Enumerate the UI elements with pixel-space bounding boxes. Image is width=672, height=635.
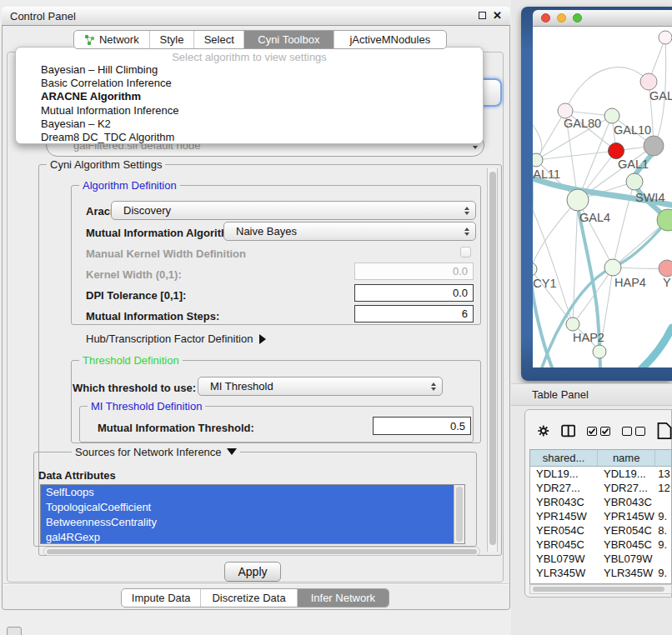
attribute-item[interactable]: gal4RGexp xyxy=(41,530,454,545)
gear-icon[interactable] xyxy=(538,423,549,438)
table-cell: YBR043C xyxy=(598,496,655,508)
column-header-shared-name[interactable]: shared... xyxy=(530,450,598,466)
network-node-hap4[interactable] xyxy=(604,259,621,276)
network-node[interactable] xyxy=(644,136,664,156)
network-edge[interactable] xyxy=(542,220,668,368)
table-row[interactable]: YBR043CYBR043C xyxy=(530,495,671,509)
table-cell: YPR145W xyxy=(530,510,598,522)
float-window-icon[interactable] xyxy=(479,12,486,19)
dropdown-item[interactable]: Bayesian – K2 xyxy=(16,118,483,131)
table-panel-header: Table Panel xyxy=(511,383,672,406)
stepper-icon xyxy=(464,207,469,215)
tab-cyni-toolbox[interactable]: Cyni Toolbox xyxy=(243,31,333,48)
manual-kernel-checkbox[interactable] xyxy=(460,247,471,258)
mi-type-combo[interactable]: Naive Bayes xyxy=(223,222,476,241)
attribute-item[interactable]: SelfLoops xyxy=(41,485,454,500)
mi-threshold-field[interactable]: 0.5 xyxy=(373,417,471,435)
zoom-traffic-light[interactable] xyxy=(573,13,582,22)
column-header-name[interactable]: name xyxy=(598,450,655,466)
node-label: GAL xyxy=(649,89,672,102)
kernel-width-field[interactable]: 0.0 xyxy=(354,262,474,280)
network-node[interactable] xyxy=(659,31,672,44)
tab-style[interactable]: Style xyxy=(149,31,194,48)
dropdown-item[interactable]: Dream8 DC_TDC Algorithm xyxy=(16,131,483,144)
network-node-gal1[interactable] xyxy=(609,143,624,159)
network-node-hap2[interactable] xyxy=(566,318,579,331)
network-node-gal4[interactable] xyxy=(567,189,589,211)
dropdown-item[interactable]: ARACNE Algorithm xyxy=(16,90,483,103)
node-label: GCY1 xyxy=(533,277,557,290)
network-node-gal10[interactable] xyxy=(604,108,619,123)
node-label: HAP2 xyxy=(573,331,604,344)
tab-infer-network[interactable]: Infer Network xyxy=(297,589,389,607)
network-edge[interactable] xyxy=(536,151,616,160)
data-attributes-list[interactable]: SelfLoopsTopologicalCoefficientBetweenne… xyxy=(40,484,465,544)
attributes-scrollbar[interactable] xyxy=(454,485,464,543)
sources-group-title[interactable]: Sources for Network Inference xyxy=(72,446,240,458)
node-table[interactable]: shared... name YDL19...YDL19...13YDR27..… xyxy=(529,449,672,584)
which-threshold-combo[interactable]: MI Threshold xyxy=(198,377,443,396)
scrollbar-thumb[interactable] xyxy=(47,549,477,554)
hub-section-label: Hub/Transcription Factor Definition xyxy=(86,332,253,345)
tab-select[interactable]: Select xyxy=(193,31,243,48)
network-node-gcy1[interactable] xyxy=(533,262,537,276)
tab-label: Infer Network xyxy=(311,592,375,604)
hub-section-toggle[interactable]: Hub/Transcription Factor Definition xyxy=(86,332,266,345)
table-horizontal-scrollbar[interactable] xyxy=(529,584,672,594)
close-traffic-light[interactable] xyxy=(541,13,550,22)
network-edge[interactable] xyxy=(565,68,649,111)
network-canvas[interactable]: GALGAL80GAL10GAL1GAL11SWI4GAL4GCY1HAP4YH… xyxy=(533,27,672,368)
node-label: GAL11 xyxy=(533,168,560,181)
tab-network[interactable]: Network xyxy=(74,31,149,48)
column-header-partial[interactable] xyxy=(655,450,671,466)
table-row[interactable]: YBR045CYBR045C9. xyxy=(530,538,671,552)
network-node-gal[interactable] xyxy=(640,73,657,90)
select-all-icon[interactable] xyxy=(587,427,610,436)
network-edge[interactable] xyxy=(533,200,578,269)
table-row[interactable]: YPR145WYPR145W9. xyxy=(530,509,671,523)
dropdown-item[interactable]: Mutual Information Inference xyxy=(16,104,483,118)
table-row[interactable]: YDR27...YDR27...12 xyxy=(530,481,671,495)
table-row[interactable]: YBL079WYBL079W xyxy=(530,552,671,566)
network-node-y[interactable] xyxy=(659,260,672,277)
settings-horizontal-scrollbar[interactable] xyxy=(43,547,480,556)
table-row[interactable]: YER054CYER054C8. xyxy=(530,523,671,538)
attribute-item[interactable]: TopologicalCoefficient xyxy=(41,500,454,515)
close-window-icon[interactable]: ✕ xyxy=(493,11,502,20)
minimize-traffic-light[interactable] xyxy=(557,13,566,22)
tab-jactivemnodules[interactable]: jActiveMNodules xyxy=(333,31,446,48)
collapse-down-icon xyxy=(227,448,237,455)
table-cell: 13 xyxy=(655,468,671,480)
mi-type-value: Naive Bayes xyxy=(236,225,297,238)
file-icon[interactable] xyxy=(657,419,672,442)
tab-impute-data[interactable]: Impute Data xyxy=(122,589,200,607)
scrollbar-thumb[interactable] xyxy=(489,172,496,545)
bottom-corner-fragment xyxy=(7,627,22,635)
mi-steps-label: Mutual Information Steps: xyxy=(86,310,219,322)
table-toolbar xyxy=(529,415,672,447)
tab-discretize-data[interactable]: Discretize Data xyxy=(200,589,296,607)
table-row[interactable]: YDL19...YDL19...13 xyxy=(530,467,671,481)
table-cell: 8. xyxy=(655,524,671,537)
scrollbar-thumb[interactable] xyxy=(533,587,664,592)
apply-button[interactable]: Apply xyxy=(224,562,281,582)
scrollbar-thumb[interactable] xyxy=(456,487,463,542)
network-window-titlebar[interactable] xyxy=(533,10,672,27)
dropdown-item[interactable]: Bayesian – Hill Climbing xyxy=(16,63,483,77)
settings-vertical-scrollbar[interactable] xyxy=(487,168,498,552)
network-node[interactable] xyxy=(593,345,606,358)
network-node-gal11[interactable] xyxy=(533,153,543,167)
deselect-all-icon[interactable] xyxy=(622,427,645,436)
network-edge[interactable] xyxy=(640,328,672,368)
mi-steps-field[interactable]: 6 xyxy=(354,305,474,322)
dropdown-item[interactable]: Basic Correlation Inference xyxy=(16,77,483,90)
split-columns-icon[interactable] xyxy=(561,422,575,439)
table-cell: YDR27... xyxy=(530,482,598,494)
network-node-swi4[interactable] xyxy=(626,173,643,190)
attribute-item[interactable]: BetweennessCentrality xyxy=(41,515,454,530)
aracne-mode-combo[interactable]: Discovery xyxy=(111,201,476,220)
table-row[interactable]: YLR345WYLR345W9. xyxy=(530,566,671,580)
dpi-tolerance-field[interactable]: 0.0 xyxy=(354,284,474,302)
stepper-icon xyxy=(464,228,469,236)
network-edge[interactable] xyxy=(533,210,573,324)
